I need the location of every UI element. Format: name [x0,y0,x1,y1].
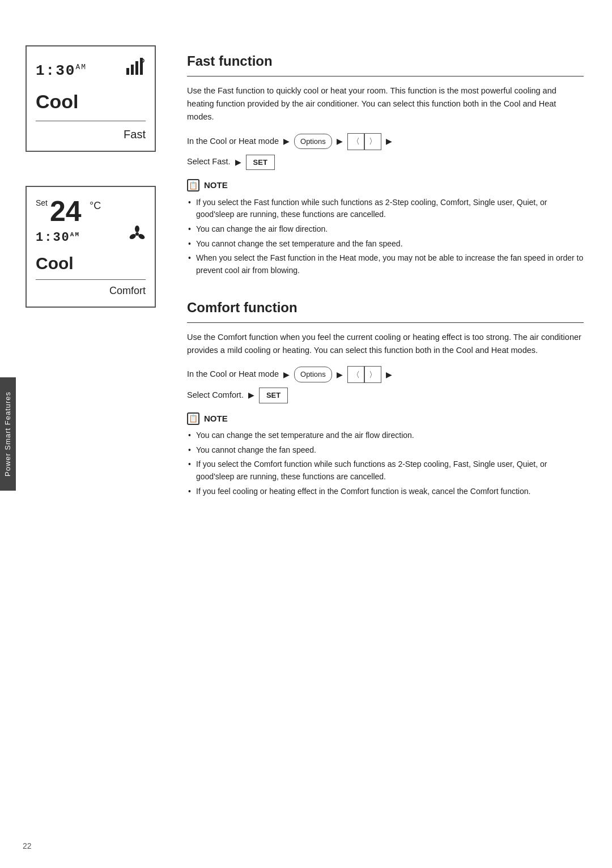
fast-nav-right[interactable]: 〉 [364,133,381,150]
comfort-function-title: Comfort function [187,297,584,323]
set-label: Set [36,197,48,209]
comfort-arrow-2: ▶ [337,369,343,381]
side-tab-label: Power Smart Features [2,392,14,476]
fast-select-row: Select Fast. ▶ SET [187,155,584,171]
fast-select-arrow: ▶ [235,156,241,168]
display-comfort-time: 1:30AM [36,228,80,247]
comfort-select-row: Select Comfort. ▶ SET [187,388,584,403]
page-number: 22 [23,840,32,852]
comfort-instruction-row: In the Cool or Heat mode ▶ Options ▶ 〈〉 … [187,366,584,383]
comfort-note-list: You can change the set temperature and t… [187,429,584,497]
comfort-select-prefix: Select Comfort. [187,389,244,402]
temp-value: 24 [50,195,90,224]
fast-set-btn[interactable]: SET [246,155,275,171]
fast-note-header: 📋 NOTE [187,179,584,192]
comfort-nav-right[interactable]: 〉 [364,366,381,383]
comfort-nav-group: 〈〉 [347,366,381,383]
comfort-function-body: Use the Comfort function when you feel t… [187,331,584,357]
svg-point-7 [135,225,139,232]
comfort-arrow-3: ▶ [386,369,392,381]
fast-note-item-2: You can change the air flow direction. [187,223,584,236]
fast-select-prefix: Select Fast. [187,156,231,168]
comfort-note-item-3: If you select the Comfort function while… [187,458,584,483]
fast-note-list: If you select the Fast function while su… [187,197,584,277]
comfort-set-btn[interactable]: SET [259,388,288,403]
comfort-instruction-prefix: In the Cool or Heat mode [187,368,279,381]
comfort-note-item-2: You cannot change the fan speed. [187,444,584,457]
display-comfort-set-row: Set 24 °C [36,195,146,224]
fan-icon-1 [125,57,146,85]
comfort-note-section: 📋 NOTE You can change the set temperatur… [187,412,584,498]
comfort-function-section: Comfort function Use the Comfort functio… [187,297,584,498]
display-comfort-func: Comfort [36,283,146,299]
display-fast-label: Fast [36,126,146,143]
svg-rect-0 [126,68,129,75]
temp-deg: °C [90,198,101,214]
comfort-note-icon: 📋 [187,412,199,425]
comfort-select-arrow: ▶ [248,389,254,401]
display-comfort-time-row: 1:30AM [36,225,146,249]
fast-options-btn[interactable]: Options [294,134,332,150]
display-comfort-mode: Cool [36,250,146,276]
display-fast-mode: Cool [36,87,146,116]
fast-note-label: NOTE [204,179,228,192]
fast-instruction-row: In the Cool or Heat mode ▶ Options ▶ 〈〉 … [187,133,584,150]
comfort-options-btn[interactable]: Options [294,367,332,382]
right-column: Fast function Use the Fast function to q… [170,34,612,834]
fast-note-section: 📋 NOTE If you select the Fast function w… [187,179,584,277]
fast-function-body: Use the Fast function to quickly cool or… [187,84,584,124]
fast-note-icon: 📋 [187,179,199,192]
fan-icon-2 [129,225,146,249]
fast-arrow-2: ▶ [337,135,343,147]
fast-arrow-1: ▶ [283,135,290,147]
comfort-note-header: 📋 NOTE [187,412,584,426]
svg-point-6 [135,232,139,236]
fast-function-section: Fast function Use the Fast function to q… [187,51,584,277]
fast-nav-left[interactable]: 〈 [347,133,364,150]
display-comfort: Set 24 °C 1:30AM [26,186,156,308]
fast-note-item-4: When you select the Fast function in the… [187,252,584,276]
comfort-note-item-1: You can change the set temperature and t… [187,429,584,442]
display-fast-divider [36,121,146,121]
display-fast-top: 1:30AM [36,57,146,85]
side-tab: Power Smart Features [0,377,16,491]
svg-rect-1 [131,65,134,75]
fast-function-title: Fast function [187,51,584,76]
fast-note-item-1: If you select the Fast function while su… [187,197,584,221]
comfort-nav-left[interactable]: 〈 [347,366,364,383]
svg-rect-2 [135,61,138,75]
comfort-note-label: NOTE [204,412,228,426]
fast-note-item-3: You cannot change the set temperature an… [187,238,584,250]
svg-text:24: 24 [50,195,82,224]
display-comfort-divider [36,279,146,280]
fast-instruction-prefix: In the Cool or Heat mode [187,135,279,148]
display-fast-time: 1:30AM [36,60,87,82]
left-column: 1:30AM Cool Fast [0,34,170,834]
fast-nav-group: 〈〉 [347,133,381,150]
temp-display: 24 °C [50,195,101,224]
comfort-arrow-1: ▶ [283,369,290,381]
comfort-note-item-4: If you feel cooling or heating effect in… [187,486,584,498]
fast-arrow-3: ▶ [386,135,392,147]
display-fast: 1:30AM Cool Fast [26,45,156,152]
